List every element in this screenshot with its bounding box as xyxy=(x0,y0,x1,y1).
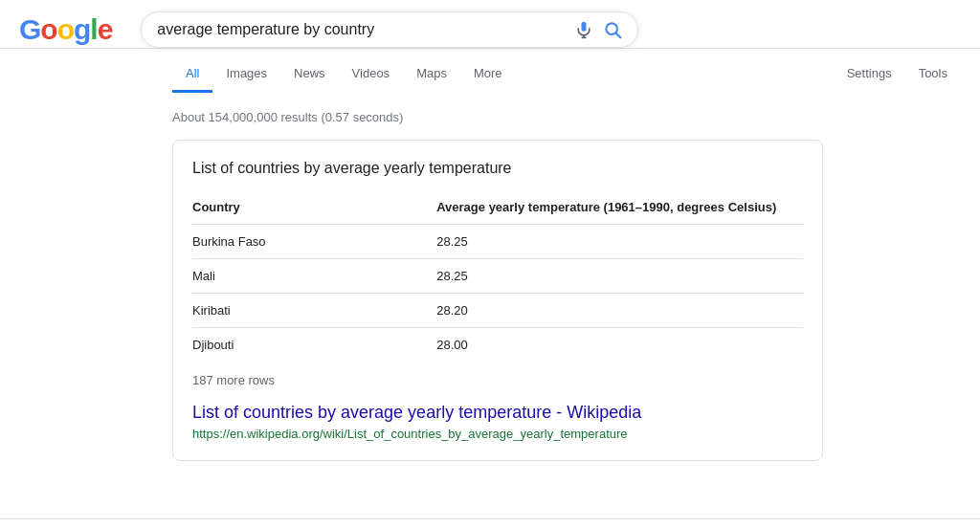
country-cell: Kiribati xyxy=(192,294,436,328)
svg-rect-0 xyxy=(582,22,587,32)
knowledge-card: List of countries by average yearly temp… xyxy=(172,140,823,461)
svg-line-4 xyxy=(616,33,621,38)
country-cell: Burkina Faso xyxy=(192,225,436,259)
temp-cell: 28.00 xyxy=(436,328,803,362)
country-cell: Djibouti xyxy=(192,328,436,362)
temp-cell: 28.20 xyxy=(436,294,803,328)
table-row: Kiribati28.20 xyxy=(192,294,803,328)
results-area: About 154,000,000 results (0.57 seconds)… xyxy=(0,93,980,499)
table-row: Djibouti28.00 xyxy=(192,328,803,362)
card-title: List of countries by average yearly temp… xyxy=(192,160,803,177)
wiki-link[interactable]: List of countries by average yearly temp… xyxy=(192,403,803,423)
tab-images[interactable]: Images xyxy=(212,56,280,93)
nav-right: Settings Tools xyxy=(834,56,961,93)
search-icon[interactable] xyxy=(603,20,622,39)
footer-bar: ? About this result Feedback xyxy=(0,518,980,527)
search-bar xyxy=(141,11,638,48)
tab-tools[interactable]: Tools xyxy=(905,56,961,93)
more-rows-text[interactable]: 187 more rows xyxy=(192,373,803,387)
results-count: About 154,000,000 results (0.57 seconds) xyxy=(172,110,961,124)
table-row: Burkina Faso28.25 xyxy=(192,225,803,259)
temp-cell: 28.25 xyxy=(436,225,803,259)
wiki-url: https://en.wikipedia.org/wiki/List_of_co… xyxy=(192,427,803,441)
col-header-temp: Average yearly temperature (1961–1990, d… xyxy=(436,192,803,225)
google-logo[interactable]: Google xyxy=(19,13,112,46)
search-icons xyxy=(574,20,622,39)
wiki-result: List of countries by average yearly temp… xyxy=(192,403,803,441)
col-header-country: Country xyxy=(192,192,436,225)
tab-settings[interactable]: Settings xyxy=(834,56,905,93)
search-input[interactable] xyxy=(157,21,565,38)
tab-news[interactable]: News xyxy=(280,56,339,93)
tab-videos[interactable]: Videos xyxy=(339,56,404,93)
temp-cell: 28.25 xyxy=(436,259,803,294)
tab-all[interactable]: All xyxy=(172,56,212,93)
nav-tabs: All Images News Videos Maps More Setting… xyxy=(0,56,980,93)
table-row: Mali28.25 xyxy=(192,259,803,294)
data-table: Country Average yearly temperature (1961… xyxy=(192,192,803,362)
country-cell: Mali xyxy=(192,259,436,294)
tab-more[interactable]: More xyxy=(460,56,516,93)
tab-maps[interactable]: Maps xyxy=(403,56,460,93)
header: Google xyxy=(0,0,980,49)
microphone-icon[interactable] xyxy=(574,20,593,39)
